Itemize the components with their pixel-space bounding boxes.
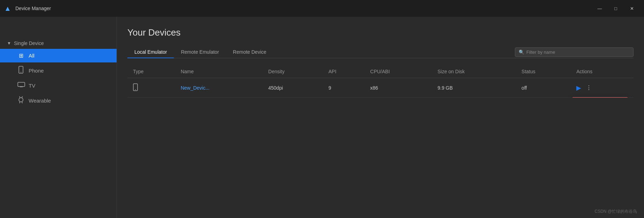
chevron-down-icon: ▼ bbox=[7, 41, 11, 46]
sidebar-item-label-wearable: Wearable bbox=[29, 98, 51, 104]
col-type: Type bbox=[127, 65, 175, 78]
actions-cell: ▶ ⋮ Wipe User Data Show on Disk bbox=[576, 83, 628, 92]
tab-remote-emulator[interactable]: Remote Emulator bbox=[174, 46, 226, 58]
sidebar-section-single-device[interactable]: ▼ Single Device bbox=[0, 38, 117, 49]
svg-point-10 bbox=[135, 89, 136, 90]
col-size: Size on Disk bbox=[432, 65, 516, 78]
svg-point-1 bbox=[21, 72, 21, 73]
devices-table: Type Name Density API CPU/ABI Size on Di… bbox=[127, 65, 634, 98]
sidebar-item-phone[interactable]: Phone bbox=[0, 62, 117, 78]
tab-remote-device[interactable]: Remote Device bbox=[226, 46, 273, 58]
svg-line-7 bbox=[20, 102, 20, 103]
svg-rect-4 bbox=[19, 98, 23, 102]
titlebar: ▲ Device Manager — □ ✕ bbox=[0, 0, 644, 17]
close-button[interactable]: ✕ bbox=[624, 0, 640, 17]
cell-actions: ▶ ⋮ Wipe User Data Show on Disk bbox=[571, 78, 634, 98]
sidebar-item-wearable[interactable]: Wearable bbox=[0, 92, 117, 108]
tabs-list: Local Emulator Remote Emulator Remote De… bbox=[127, 46, 273, 58]
content-area: Your Devices Local Emulator Remote Emula… bbox=[117, 17, 644, 218]
cell-status: off bbox=[516, 78, 571, 98]
page-title: Your Devices bbox=[127, 27, 634, 38]
tab-local-emulator[interactable]: Local Emulator bbox=[127, 46, 174, 58]
tv-icon bbox=[17, 82, 24, 89]
wearable-icon bbox=[17, 96, 24, 105]
filter-input-wrap[interactable]: 🔍 bbox=[515, 47, 634, 57]
svg-line-5 bbox=[20, 96, 20, 98]
table-row: New_Devic... 450dpi 9 x86 9.9 GB off ▶ ⋮ bbox=[127, 78, 634, 98]
col-api: API bbox=[323, 65, 365, 78]
filter-input[interactable] bbox=[526, 50, 630, 55]
col-status: Status bbox=[516, 65, 571, 78]
main-layout: ▼ Single Device ⊞ All Phone TV bbox=[0, 17, 644, 218]
watermark: CSDN @忙绿的布谷鸟 bbox=[594, 209, 637, 215]
app-title: Device Manager bbox=[15, 6, 51, 11]
sidebar-item-label-all: All bbox=[29, 53, 35, 59]
cell-density: 450dpi bbox=[263, 78, 323, 98]
sidebar-item-label-phone: Phone bbox=[29, 68, 44, 74]
svg-line-8 bbox=[22, 102, 22, 103]
actions-dropdown: Wipe User Data Show on Disk Generate log… bbox=[572, 97, 628, 98]
device-name-link[interactable]: New_Devic... bbox=[181, 85, 209, 91]
col-cpu-abi: CPU/ABI bbox=[365, 65, 432, 78]
devices-table-wrap: Type Name Density API CPU/ABI Size on Di… bbox=[127, 65, 634, 98]
svg-rect-2 bbox=[18, 82, 25, 87]
table-header-row: Type Name Density API CPU/ABI Size on Di… bbox=[127, 65, 634, 78]
cell-type bbox=[127, 78, 175, 98]
maximize-button[interactable]: □ bbox=[608, 0, 624, 17]
col-actions: Actions bbox=[571, 65, 634, 78]
col-density: Density bbox=[263, 65, 323, 78]
sidebar-item-label-tv: TV bbox=[29, 83, 35, 89]
sidebar-item-tv[interactable]: TV bbox=[0, 78, 117, 92]
cell-cpu-abi: x86 bbox=[365, 78, 432, 98]
phone-icon bbox=[17, 66, 24, 75]
search-icon: 🔍 bbox=[519, 50, 524, 55]
minimize-button[interactable]: — bbox=[592, 0, 608, 17]
sidebar-item-all[interactable]: ⊞ All bbox=[0, 49, 117, 62]
cell-name: New_Devic... bbox=[175, 78, 263, 98]
play-button[interactable]: ▶ bbox=[576, 84, 581, 92]
app-icon: ▲ bbox=[4, 5, 12, 12]
sidebar-section-label: Single Device bbox=[14, 40, 44, 46]
cell-api: 9 bbox=[323, 78, 365, 98]
col-name: Name bbox=[175, 65, 263, 78]
more-actions-button[interactable]: ⋮ bbox=[584, 83, 594, 92]
tabs-bar: Local Emulator Remote Emulator Remote De… bbox=[127, 46, 634, 58]
cell-size: 9.9 GB bbox=[432, 78, 516, 98]
all-devices-icon: ⊞ bbox=[17, 52, 24, 59]
window-controls: — □ ✕ bbox=[592, 0, 640, 17]
svg-line-6 bbox=[22, 96, 22, 98]
sidebar: ▼ Single Device ⊞ All Phone TV bbox=[0, 17, 117, 218]
dropdown-item-wipe[interactable]: Wipe User Data bbox=[572, 97, 628, 98]
